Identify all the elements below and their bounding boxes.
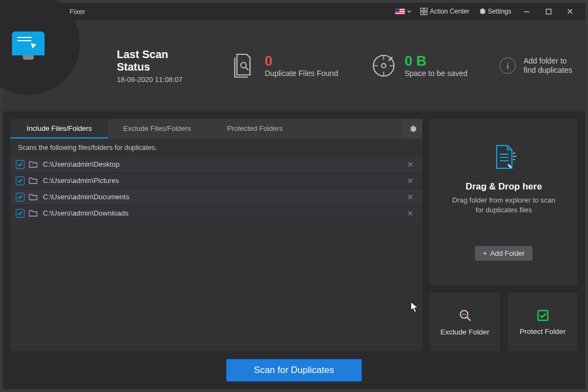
file-row: C:\Users\admin\Downloads✕ [10,205,422,221]
minimize-icon [523,8,530,15]
language-flag-button[interactable] [391,3,416,20]
gear-icon [478,8,486,15]
metric-duplicates: 0 Duplicate Files Found [231,53,338,79]
settings-label: Settings [488,8,511,15]
maximize-button[interactable] [537,3,559,20]
drop-sub-1: Drag folder from explorer to scan [452,196,555,204]
checkbox[interactable] [16,193,24,201]
checkbox[interactable] [16,160,24,169]
folder-icon [29,177,37,184]
folder-panel: Include Files/Folders Exclude Files/Fold… [10,119,422,351]
minimize-button[interactable] [516,3,537,20]
exclude-folder-button[interactable]: Exclude Folder [430,293,500,351]
svg-rect-13 [546,9,551,14]
last-scan-title-2: Status [117,61,150,73]
info-add-l2: find duplicates [523,66,572,74]
protect-icon [536,309,549,322]
add-folder-button[interactable]: + Add Folder [475,246,532,261]
svg-rect-7 [395,8,399,12]
scan-button[interactable]: Scan for Duplicates [226,359,361,382]
monitor-icon [12,31,45,55]
action-center-label: Action Center [430,8,470,15]
last-scan-title-1: Last Scan [117,48,168,60]
folder-icon [29,210,37,217]
metric-space-label: Space to be saved [404,69,467,78]
metric-space-value: 0 B [404,54,467,68]
drop-sub-2: for duplicates files [476,206,532,214]
svg-rect-10 [421,12,423,15]
tab-exclude[interactable]: Exclude Files/Folders [108,119,206,138]
drop-zone[interactable]: Drag & Drop here Drag folder from explor… [430,119,578,285]
tabs: Include Files/Folders Exclude Files/Fold… [10,119,422,138]
remove-row-button[interactable]: ✕ [404,160,417,169]
file-row: C:\Users\admin\Pictures✕ [10,172,422,188]
last-scan-block: Last ScanStatus 18-09-2020 11:08:07 [117,48,215,84]
file-list: C:\Users\admin\Desktop✕C:\Users\admin\Pi… [10,156,422,351]
svg-point-17 [381,64,386,68]
close-button[interactable] [559,3,581,20]
us-flag-icon [395,8,405,15]
svg-rect-6 [395,13,405,14]
chevron-down-icon [407,9,411,14]
protect-folder-button[interactable]: Protect Folder [508,293,578,351]
svg-rect-27 [538,311,548,320]
status-hero [3,8,117,111]
gear-icon [409,125,417,133]
add-folder-label: Add Folder [490,249,525,257]
add-folder-hint-button[interactable]: i Add folder tofind duplicates [499,56,572,75]
svg-line-15 [246,67,248,70]
footer: Scan for Duplicates [3,351,585,389]
svg-rect-12 [524,11,529,12]
grid-icon [420,8,428,15]
svg-rect-9 [424,8,427,11]
checkbox[interactable] [16,176,24,185]
maximize-icon [546,9,552,15]
remove-row-button[interactable]: ✕ [404,193,417,201]
tab-description: Scans the following files/folders for du… [10,138,422,156]
main-body: Include Files/Folders Exclude Files/Fold… [3,111,585,351]
info-icon: i [499,58,516,74]
svg-line-26 [467,317,470,320]
metric-duplicates-label: Duplicate Files Found [265,69,338,78]
protect-folder-label: Protect Folder [520,327,566,336]
file-path: C:\Users\admin\Documents [43,193,404,201]
exclude-folder-label: Exclude Folder [440,328,489,336]
tab-settings-button[interactable] [403,119,422,138]
file-row: C:\Users\admin\Documents✕ [10,188,422,205]
svg-rect-11 [424,12,427,15]
tab-protected[interactable]: Protected Folders [206,119,304,138]
documents-icon [231,53,257,79]
folder-icon [29,193,37,200]
file-path: C:\Users\admin\Downloads [43,209,404,217]
metric-duplicates-value: 0 [265,54,338,68]
remove-row-button[interactable]: ✕ [404,209,417,218]
svg-rect-8 [421,8,423,11]
svg-point-14 [241,62,246,68]
remove-row-button[interactable]: ✕ [404,176,417,185]
action-center-button[interactable]: Action Center [416,3,474,20]
exclude-icon [458,308,472,323]
file-path: C:\Users\admin\Pictures [43,176,404,185]
last-scan-timestamp: 18-09-2020 11:08:07 [117,75,215,84]
checkbox[interactable] [16,209,24,218]
settings-button[interactable]: Settings [474,3,516,20]
disk-icon [371,53,397,79]
info-add-l1: Add folder to [523,56,566,65]
plus-icon: + [483,249,487,257]
file-path: C:\Users\admin\Desktop [43,160,404,168]
drop-title: Drag & Drop here [466,181,542,192]
status-strip: Last ScanStatus 18-09-2020 11:08:07 0 Du… [3,20,585,111]
file-row: C:\Users\admin\Desktop✕ [10,156,422,172]
right-column: Drag & Drop here Drag folder from explor… [430,119,578,351]
tab-include[interactable]: Include Files/Folders [10,119,108,138]
document-drop-icon [491,143,516,172]
folder-icon [29,161,37,168]
metric-space: 0 B Space to be saved [371,53,467,79]
close-icon [567,8,573,15]
